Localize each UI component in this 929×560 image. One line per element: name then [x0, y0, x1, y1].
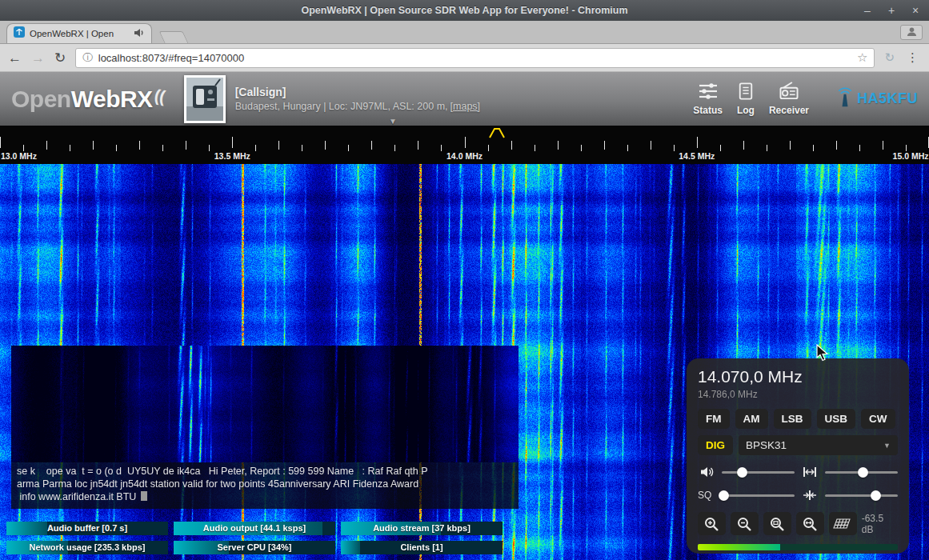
volume-waterfall-row: [698, 466, 898, 478]
url-text[interactable]: localhost:8073/#freq=14070000: [98, 52, 851, 64]
dig-button[interactable]: DIG: [698, 435, 733, 455]
nav-status-label: Status: [693, 105, 723, 116]
window-titlebar[interactable]: OpenWebRX | Open Source SDR Web App for …: [0, 0, 929, 21]
scale-tick: [836, 141, 837, 150]
decoded-text: se k ope va t = o (o d UY5UY de ik4ca Hi…: [11, 462, 519, 509]
squelch-label: SQ: [698, 490, 715, 501]
scale-tick: [232, 137, 233, 148]
brand-text: HA5KFU: [857, 90, 918, 107]
extension-action-icon[interactable]: ↻: [884, 50, 895, 65]
nav-receiver-label: Receiver: [769, 105, 809, 116]
center-frequency: 14.786,0 MHz: [698, 389, 898, 400]
scale-tick: [46, 141, 47, 150]
waterfall-max-slider-knob[interactable]: [858, 467, 868, 478]
zoom-fit-button[interactable]: [796, 512, 824, 535]
tuner-marker[interactable]: [489, 127, 505, 138]
digital-mode-select[interactable]: BPSK31 ▼: [739, 435, 898, 455]
openwebrx-header: OpenWebRX(( [Callsign] Budapest, Hungary…: [0, 72, 929, 126]
window-minimize-button[interactable]: –: [862, 5, 873, 16]
window-controls: – + ×: [862, 0, 921, 21]
status-bar-audio-stream: Audio stream [37 kbps]: [341, 522, 503, 535]
profile-button[interactable]: [900, 25, 923, 40]
receiver-description: Budapest, Hungary | Loc: JN97ML, ASL: 20…: [235, 101, 448, 112]
decoded-line: info www.arifidenza.it BTU: [17, 491, 513, 504]
volume-slider[interactable]: [722, 466, 795, 478]
waterfall-min-slider-knob[interactable]: [871, 490, 881, 501]
mode-button-cw[interactable]: CW: [861, 409, 895, 429]
status-bar-audio-output: Audio output [44.1 ksps]: [174, 522, 335, 535]
nav-log-label: Log: [737, 105, 755, 116]
status-bar-audio-buffer: Audio buffer [0.7 s]: [6, 522, 168, 535]
scale-tick: [162, 145, 163, 151]
scale-tick: [418, 141, 418, 150]
site-info-icon[interactable]: ⓘ: [82, 51, 93, 65]
new-tab-button[interactable]: [159, 31, 189, 43]
scale-tick: [23, 145, 24, 151]
mode-button-usb[interactable]: USB: [817, 409, 856, 429]
zoom-out-button[interactable]: [731, 512, 759, 535]
volume-slider-track: [722, 471, 795, 474]
mouse-cursor: [816, 344, 831, 363]
browser-menu-button[interactable]: ⋮: [904, 50, 921, 65]
maps-link[interactable]: [maps]: [450, 101, 481, 112]
scale-tick: [441, 145, 442, 151]
window-close-button[interactable]: ×: [910, 5, 921, 16]
receiver-icon: [779, 82, 799, 103]
tuned-frequency[interactable]: 14.070,0 MHz: [698, 367, 898, 386]
window-maximize-button[interactable]: +: [886, 5, 897, 16]
scale-tick: [535, 145, 535, 151]
scale-tick: [93, 141, 94, 150]
digimode-waterfall[interactable]: [11, 346, 519, 462]
volume-slider-knob[interactable]: [737, 467, 747, 478]
squelch-slider-knob[interactable]: [719, 490, 729, 501]
zoom-selection-button[interactable]: [763, 512, 791, 535]
openwebrx-logo: OpenWebRX((: [11, 86, 165, 113]
openwebrx-favicon-icon: [14, 26, 25, 41]
scale-tick: [651, 141, 651, 150]
mode-button-am[interactable]: AM: [735, 409, 768, 429]
logo-open: Open: [11, 86, 71, 113]
waterfall-max-slider[interactable]: [825, 466, 898, 478]
address-bar[interactable]: ⓘ localhost:8073/#freq=14070000 ☆: [75, 48, 875, 68]
logo-waves-icon: ((: [153, 86, 166, 106]
nav-receiver-button[interactable]: Receiver: [769, 82, 809, 116]
freq-scale-label: 14.5 MHz: [679, 151, 715, 161]
forward-button[interactable]: →: [31, 51, 45, 65]
tab-audio-icon[interactable]: [134, 26, 145, 41]
mode-button-lsb[interactable]: LSB: [774, 409, 811, 429]
squelch-waterfall-row: SQ: [698, 489, 898, 502]
scale-tick: [465, 137, 466, 148]
waterfall-default-levels-button[interactable]: [801, 490, 819, 501]
browser-window: OpenWebRX | Open Source SDR Web App for …: [0, 0, 929, 560]
back-button[interactable]: ←: [8, 51, 22, 65]
reload-button[interactable]: ↻: [54, 51, 66, 65]
nav-log-button[interactable]: Log: [737, 82, 755, 116]
scale-tick: [674, 145, 675, 151]
status-bars-row-1: Audio buffer [0.7 s]Audio output [44.1 k…: [6, 522, 503, 535]
waterfall-3d-button[interactable]: [829, 512, 857, 535]
frequency-scale[interactable]: 13.0 MHz13.5 MHz14.0 MHz14.5 MHz15.0 MHz: [0, 126, 929, 164]
browser-tab[interactable]: OpenWebRX | Open: [6, 23, 152, 43]
status-bar-clients: Clients [1]: [341, 541, 503, 554]
scale-tick: [488, 145, 489, 151]
panel-collapse-arrow[interactable]: ▼: [389, 117, 397, 126]
ha5kfu-logo: HA5KFU: [835, 86, 918, 112]
mode-button-fm[interactable]: FM: [698, 409, 730, 429]
smeter-fill: [698, 544, 780, 550]
zoom-in-button[interactable]: [698, 512, 726, 535]
decoder-caret: [141, 491, 147, 501]
nav-status-button[interactable]: Status: [693, 82, 723, 116]
bookmark-star-icon[interactable]: ☆: [857, 50, 867, 65]
scale-tick: [325, 141, 326, 150]
scale-tick: [906, 145, 907, 151]
status-bars: Audio buffer [0.7 s]Audio output [44.1 k…: [6, 522, 503, 554]
zoom-toolbar: -63.5 dB: [698, 512, 898, 535]
waterfall-min-slider[interactable]: [825, 489, 898, 502]
scale-tick: [0, 137, 1, 148]
scale-tick: [627, 145, 628, 151]
window-title: OpenWebRX | Open Source SDR Web App for …: [301, 5, 627, 16]
squelch-slider[interactable]: [722, 489, 795, 502]
scale-tick: [348, 145, 349, 151]
waterfall-auto-adjust-button[interactable]: [801, 466, 819, 478]
volume-icon[interactable]: [698, 466, 715, 478]
